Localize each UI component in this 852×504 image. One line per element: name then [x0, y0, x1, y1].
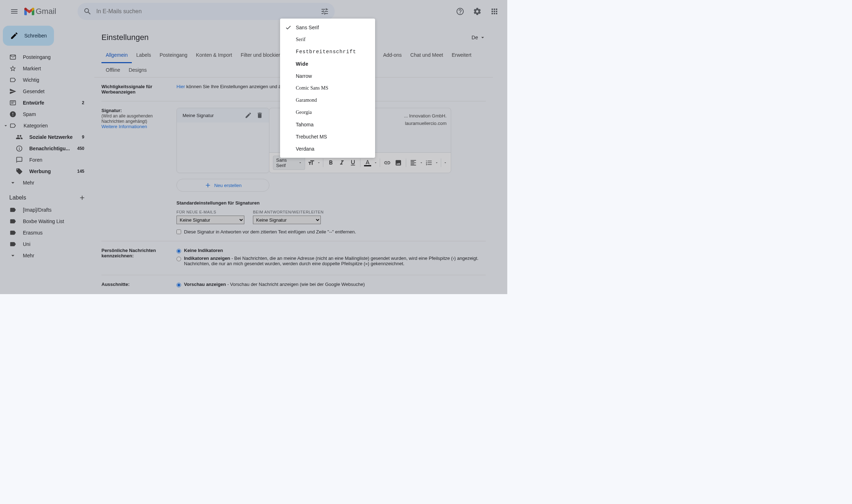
sidebar-item-entwürfe[interactable]: Entwürfe 2 — [0, 97, 89, 109]
categories-label: Kategorien — [24, 123, 48, 128]
font-option-georgia[interactable]: Georgia — [280, 106, 375, 119]
font-option-comic-sans-ms[interactable]: Comic Sans MS — [280, 82, 375, 94]
link-button[interactable] — [382, 157, 393, 168]
bold-icon — [327, 159, 334, 166]
bold-button[interactable] — [325, 157, 336, 168]
settings-button[interactable] — [470, 4, 484, 19]
sidebar-more[interactable]: Mehr — [0, 177, 89, 188]
font-option-garamond[interactable]: Garamond — [280, 94, 375, 106]
tab-posteingang[interactable]: Posteingang — [155, 48, 192, 63]
reply-signature-select[interactable]: Keine Signatur — [253, 216, 321, 224]
label-item[interactable]: Boxbe Waiting List — [0, 216, 89, 227]
compose-label: Schreiben — [24, 33, 47, 39]
font-family-dropdown[interactable]: Sans Serif Serif Festbreitenschrift Wide… — [280, 19, 375, 158]
new-signature-button[interactable]: Neu erstellen — [176, 179, 269, 192]
plus-icon — [204, 182, 211, 189]
label-item[interactable]: Erasmus — [0, 227, 89, 238]
gmail-icon — [24, 7, 34, 15]
font-family-select[interactable]: Sans Serif — [273, 156, 305, 170]
category-1[interactable]: Benachrichtigu... 450 — [0, 143, 89, 154]
ads-label: Wichtigkeitssignale für Werbeanzeigen — [101, 84, 152, 95]
categories-toggle[interactable]: Kategorien — [0, 120, 89, 131]
new-email-signature-select[interactable]: Keine Signatur — [176, 216, 244, 224]
tab-allgemein[interactable]: Allgemein — [101, 48, 132, 63]
label-item[interactable]: [Imap]/Drafts — [0, 204, 89, 216]
insert-before-checkbox[interactable] — [176, 230, 181, 234]
language-selector[interactable]: De — [472, 34, 486, 41]
no-indicators-radio[interactable] — [176, 249, 181, 253]
chevron-down-icon — [9, 179, 16, 186]
font-option-sans-serif[interactable]: Sans Serif — [280, 21, 375, 34]
help-button[interactable] — [453, 4, 467, 19]
tab-designs[interactable]: Designs — [124, 63, 151, 77]
header: Gmail — [0, 0, 507, 23]
underline-button[interactable] — [348, 157, 358, 168]
apps-button[interactable] — [487, 4, 502, 19]
search-input[interactable] — [96, 8, 320, 15]
label-icon — [9, 122, 16, 129]
show-indicators-radio[interactable] — [176, 257, 181, 261]
sidebar-item-posteingang[interactable]: Posteingang — [0, 51, 89, 63]
gmail-logo[interactable]: Gmail — [24, 7, 56, 16]
show-indicators-label: Indikatoren anzeigen — [184, 256, 230, 261]
tab-konten---import[interactable]: Konten & Import — [192, 48, 236, 63]
show-preview-radio[interactable] — [176, 283, 181, 287]
signature-item[interactable]: Meine Signatur — [177, 108, 269, 122]
reply-label: BEIM ANTWORTEN/WEITERLEITEN — [253, 210, 324, 214]
list-button[interactable] — [424, 157, 434, 168]
font-option-narrow[interactable]: Narrow — [280, 70, 375, 82]
font-option-festbreitenschrift[interactable]: Festbreitenschrift — [280, 46, 375, 58]
tab-chat-und-meet[interactable]: Chat und Meet — [406, 48, 448, 63]
delete-icon[interactable] — [256, 112, 263, 119]
text-color-button[interactable] — [363, 157, 373, 168]
tab-offline[interactable]: Offline — [101, 63, 124, 77]
dropdown-icon[interactable] — [443, 161, 447, 165]
text-color-icon — [364, 159, 371, 166]
italic-button[interactable] — [337, 157, 347, 168]
font-option-wide[interactable]: Wide — [280, 58, 375, 70]
label-item[interactable]: Uni — [0, 238, 89, 250]
ads-link[interactable]: Hier — [176, 84, 185, 89]
font-option-serif[interactable]: Serif — [280, 34, 375, 46]
dropdown-icon[interactable] — [374, 161, 378, 165]
category-icon — [16, 168, 23, 175]
tab-erweitert[interactable]: Erweitert — [447, 48, 475, 63]
tab-add-ons[interactable]: Add-ons — [379, 48, 406, 63]
nav-icon — [9, 88, 16, 95]
tab-labels[interactable]: Labels — [132, 48, 155, 63]
dropdown-icon[interactable] — [317, 161, 321, 165]
sidebar-item-wichtig[interactable]: Wichtig — [0, 74, 89, 86]
signature-more-link[interactable]: Weitere Informationen — [101, 124, 147, 129]
font-option-verdana[interactable]: Verdana — [280, 143, 375, 155]
image-button[interactable] — [393, 157, 404, 168]
font-option-trebuchet-ms[interactable]: Trebuchet MS — [280, 131, 375, 143]
search-bar[interactable] — [78, 3, 335, 20]
labels-more[interactable]: Mehr — [0, 250, 89, 261]
category-2[interactable]: Foren — [0, 154, 89, 166]
label-icon — [9, 206, 16, 213]
compose-button[interactable]: Schreiben — [3, 26, 54, 46]
signature-title: Signatur: — [101, 108, 122, 113]
category-3[interactable]: Werbung 145 — [0, 166, 89, 177]
font-option-tahoma[interactable]: Tahoma — [280, 119, 375, 131]
font-size-button[interactable] — [306, 157, 316, 168]
signature-name: Meine Signatur — [183, 113, 240, 118]
plus-icon[interactable] — [79, 194, 86, 201]
edit-icon[interactable] — [245, 112, 252, 119]
main-menu-button[interactable] — [6, 3, 23, 20]
nav-icon — [9, 111, 16, 118]
sidebar-item-gesendet[interactable]: Gesendet — [0, 86, 89, 97]
tune-icon[interactable] — [320, 7, 329, 16]
dropdown-icon[interactable] — [419, 161, 423, 165]
category-0[interactable]: Soziale Netzwerke 9 — [0, 131, 89, 143]
sidebar-item-spam[interactable]: Spam — [0, 109, 89, 120]
align-button[interactable] — [408, 157, 419, 168]
indicators-label: Persönliche Nachrichten kennzeichnen: — [101, 248, 156, 258]
category-icon — [16, 156, 23, 163]
page-title: Einstellungen — [101, 33, 149, 42]
nav-icon — [9, 99, 16, 106]
help-icon — [456, 7, 464, 16]
dropdown-icon[interactable] — [435, 161, 439, 165]
sidebar-item-markiert[interactable]: Markiert — [0, 63, 89, 74]
dropdown-icon — [298, 161, 302, 165]
